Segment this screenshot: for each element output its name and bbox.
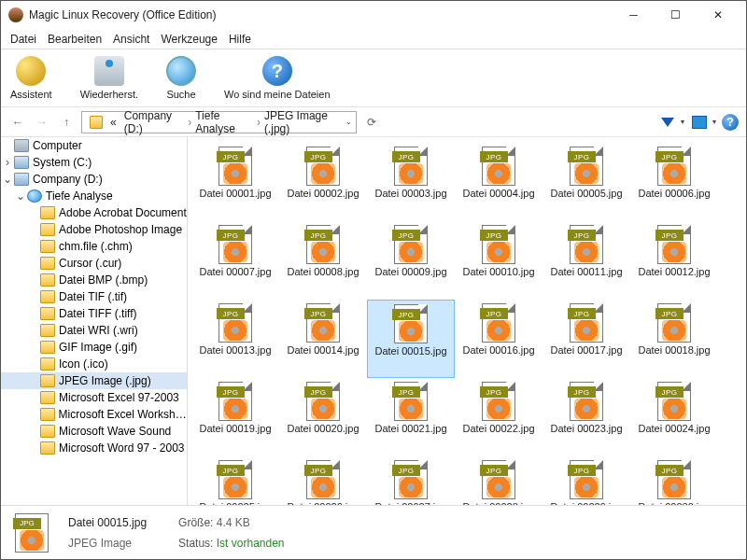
file-item[interactable]: JPGDatei 00021.jpg: [367, 378, 455, 456]
menu-edit[interactable]: Bearbeiten: [48, 33, 102, 46]
menu-help[interactable]: Hilfe: [229, 33, 251, 46]
tree-node[interactable]: GIF Image (.gif): [1, 339, 187, 356]
tree-node[interactable]: JPEG Image (.jpg): [1, 372, 187, 389]
tree-node[interactable]: Microsoft Excel Worksheet: [1, 406, 187, 423]
search-button[interactable]: Suche: [166, 56, 196, 100]
breadcrumb-seg-2[interactable]: JPEG Image (.jpg): [261, 109, 347, 135]
menu-view[interactable]: Ansicht: [113, 33, 149, 46]
file-thumb: JPG: [565, 225, 608, 264]
breadcrumb-seg-0[interactable]: Company (D:): [120, 109, 188, 135]
back-button[interactable]: ←: [8, 113, 27, 132]
tree-node[interactable]: ⌄Tiefe Analyse: [1, 188, 187, 204]
tree-node[interactable]: Datei BMP (.bmp): [1, 272, 187, 288]
file-item[interactable]: JPGDatei 00028.jpg: [455, 456, 543, 505]
jpg-badge: JPG: [217, 230, 245, 241]
file-item[interactable]: JPGDatei 00008.jpg: [279, 221, 367, 300]
filter-dropdown-icon[interactable]: ▾: [681, 118, 684, 126]
jpg-badge: JPG: [655, 151, 684, 162]
jpg-badge: JPG: [568, 308, 596, 319]
forward-button[interactable]: →: [33, 113, 51, 132]
file-item[interactable]: JPGDatei 00003.jpg: [367, 143, 455, 221]
restore-button[interactable]: Wiederherst.: [80, 56, 138, 100]
tree-node[interactable]: Microsoft Wave Sound: [1, 423, 187, 440]
file-item[interactable]: JPGDatei 00010.jpg: [455, 221, 543, 300]
file-item[interactable]: JPGDatei 00006.jpg: [630, 143, 718, 221]
file-item[interactable]: JPGDatei 00013.jpg: [191, 300, 279, 378]
breadcrumb-dropdown-icon[interactable]: ⌄: [345, 118, 352, 126]
tree-node[interactable]: Microsoft Excel 97-2003: [1, 389, 187, 406]
breadcrumb[interactable]: « Company (D:) › Tiefe Analyse › JPEG Im…: [81, 111, 357, 133]
file-item[interactable]: JPGDatei 00016.jpg: [455, 300, 543, 378]
file-thumb: JPG: [653, 460, 696, 499]
file-item[interactable]: JPGDatei 00017.jpg: [543, 300, 630, 378]
jpg-badge: JPG: [392, 386, 420, 398]
folder-icon: [40, 290, 55, 303]
file-thumb: JPG: [477, 147, 520, 186]
close-button[interactable]: ✕: [697, 2, 739, 28]
menu-tools[interactable]: Werkzeuge: [161, 33, 217, 46]
refresh-button[interactable]: ⟳: [362, 113, 381, 132]
file-item[interactable]: JPGDatei 00022.jpg: [455, 378, 543, 456]
view-mode-button[interactable]: [690, 113, 709, 132]
file-item[interactable]: JPGDatei 00004.jpg: [455, 143, 543, 221]
file-thumb: JPG: [214, 147, 257, 186]
up-button[interactable]: ↑: [57, 113, 76, 132]
file-thumb: JPG: [653, 147, 696, 186]
menu-file[interactable]: Datei: [10, 33, 36, 46]
tree-node[interactable]: Datei TIF (.tif): [1, 288, 187, 305]
file-item[interactable]: JPGDatei 00005.jpg: [543, 143, 630, 221]
disk-icon: [14, 156, 29, 169]
folder-icon: [40, 223, 55, 236]
file-item[interactable]: JPGDatei 00012.jpg: [630, 221, 718, 300]
tree-node[interactable]: ›System (C:): [1, 154, 187, 171]
tree-node[interactable]: Cursor (.cur): [1, 255, 187, 272]
file-item[interactable]: JPGDatei 00027.jpg: [367, 456, 455, 505]
tree-label: Datei BMP (.bmp): [59, 273, 148, 287]
breadcrumb-seg-1[interactable]: Tiefe Analyse: [191, 109, 257, 135]
file-item[interactable]: JPGDatei 00030.jpg: [630, 456, 718, 505]
jpg-badge: JPG: [480, 230, 508, 241]
tree-node[interactable]: Adobe Photoshop Image: [1, 221, 187, 238]
assistant-button[interactable]: Assistent: [10, 56, 52, 100]
file-item[interactable]: JPGDatei 00002.jpg: [279, 143, 367, 221]
file-grid[interactable]: JPGDatei 00001.jpgJPGDatei 00002.jpgJPGD…: [188, 137, 746, 505]
tree-node[interactable]: chm.file (.chm): [1, 238, 187, 255]
tree-node[interactable]: Microsoft Word 97 - 2003: [1, 440, 187, 456]
file-item[interactable]: JPGDatei 00001.jpg: [191, 143, 279, 221]
tree-node[interactable]: Icon (.ico): [1, 356, 187, 372]
file-name: Datei 00017.jpg: [543, 344, 630, 356]
file-item[interactable]: JPGDatei 00029.jpg: [543, 456, 630, 505]
tree-node[interactable]: ⌄Company (D:): [1, 171, 187, 188]
file-item[interactable]: JPGDatei 00007.jpg: [191, 221, 279, 300]
tree-label: Adobe Photoshop Image: [59, 223, 182, 236]
jpg-badge: JPG: [304, 308, 332, 319]
file-item[interactable]: JPGDatei 00023.jpg: [543, 378, 630, 456]
file-item[interactable]: JPGDatei 00011.jpg: [543, 221, 630, 300]
help-button[interactable]: ?: [722, 114, 739, 131]
minimize-button[interactable]: ─: [613, 2, 655, 28]
assistant-label: Assistent: [10, 89, 52, 100]
file-thumb: JPG: [389, 304, 432, 343]
file-item[interactable]: JPGDatei 00019.jpg: [191, 378, 279, 456]
app-icon: [8, 7, 23, 22]
file-item[interactable]: JPGDatei 00015.jpg: [367, 300, 455, 378]
tree-node[interactable]: Datei TIFF (.tiff): [1, 305, 187, 322]
filter-button[interactable]: [658, 113, 677, 132]
tree-node[interactable]: Datei WRI (.wri): [1, 322, 187, 339]
maximize-button[interactable]: ☐: [655, 2, 697, 28]
file-item[interactable]: JPGDatei 00009.jpg: [367, 221, 455, 300]
file-item[interactable]: JPGDatei 00026.jpg: [279, 456, 367, 505]
file-item[interactable]: JPGDatei 00024.jpg: [630, 378, 718, 456]
file-item[interactable]: JPGDatei 00025.jpg: [191, 456, 279, 505]
jpg-badge: JPG: [392, 309, 420, 320]
file-item[interactable]: JPGDatei 00014.jpg: [279, 300, 367, 378]
tree-label: Computer: [33, 139, 82, 152]
tree-node[interactable]: Computer: [1, 137, 187, 154]
tree-node[interactable]: Adobe Acrobat Document: [1, 204, 187, 221]
where-files-button[interactable]: ? Wo sind meine Dateien: [224, 56, 331, 100]
file-item[interactable]: JPGDatei 00020.jpg: [279, 378, 367, 456]
tree-label: chm.file (.chm): [59, 240, 133, 253]
file-item[interactable]: JPGDatei 00018.jpg: [630, 300, 718, 378]
view-dropdown-icon[interactable]: ▾: [712, 118, 716, 126]
file-name: Datei 00020.jpg: [279, 423, 367, 434]
